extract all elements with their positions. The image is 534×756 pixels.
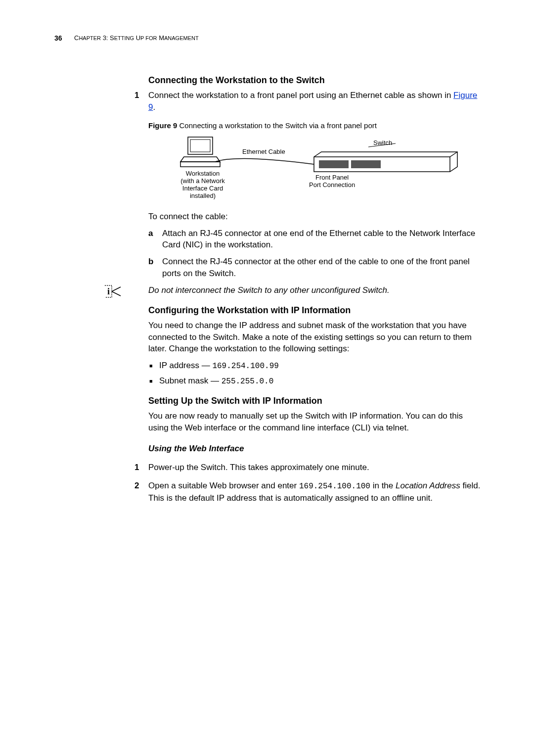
paragraph: To connect the cable: [148,211,485,223]
substep-text: Attach an RJ-45 connector at one end of … [162,228,485,251]
paragraph: You are now ready to manually set up the… [148,410,485,434]
content-area: Connecting the Workstation to the Switch… [148,74,485,511]
page-number: 36 [54,34,62,44]
list-item: 1 Power-up the Switch. This takes approx… [148,462,485,473]
svg-text:i: i [107,286,110,296]
bullet-icon: ■ [149,360,159,372]
info-icon: i [104,284,122,298]
substep-text: Connect the RJ-45 connector at the other… [162,256,485,280]
bullet-icon: ■ [149,375,159,387]
step-number: 1 [134,90,148,113]
subsection-title-web: Using the Web Interface [148,443,485,455]
list-item: ■ Subnet mask — 255.255.0.0 [159,375,485,387]
figure-caption: Figure 9 Connecting a workstation to the… [148,120,485,131]
step-text: Connect the workstation to a front panel… [148,90,485,113]
switch-icon [312,149,460,174]
step-number: 2 [134,480,148,504]
step-text: Power-up the Switch. This takes approxim… [148,462,485,473]
list-item: 1 Connect the workstation to a front pan… [148,90,485,113]
paragraph: You need to change the IP address and su… [148,320,485,355]
section-title-configuring: Configuring the Workstation with IP Info… [148,304,485,317]
port-label: Front Panel Port Connection [309,174,355,189]
svg-rect-3 [319,160,349,168]
svg-rect-4 [351,160,381,168]
step-number: 1 [134,462,148,473]
svg-line-5 [368,143,396,147]
cable-line [213,152,316,172]
list-item: 2 Open a suitable Web browser and enter … [148,480,485,504]
step-text: Open a suitable Web browser and enter 16… [148,480,485,504]
substep-letter: b [148,256,162,280]
workstation-label: Workstation (with a Network Interface Ca… [173,170,232,200]
substep-letter: a [148,228,162,251]
figure-diagram: Workstation (with a Network Interface Ca… [173,135,485,204]
bullet-text: IP address — 169.254.100.99 [159,360,279,372]
switch-label-line [366,142,415,152]
section-title-setting-up: Setting Up the Switch with IP Informatio… [148,395,485,407]
svg-rect-1 [190,140,210,152]
section-title-connecting: Connecting the Workstation to the Switch [148,74,485,87]
list-item: b Connect the RJ-45 connector at the oth… [162,256,485,280]
info-note: i Do not interconnect the Switch to any … [148,284,485,296]
chapter-header: CHAPTER 3: SETTING UP FOR MANAGEMENT [74,34,199,43]
bullet-text: Subnet mask — 255.255.0.0 [159,375,273,387]
list-item: a Attach an RJ-45 connector at one end o… [162,228,485,251]
list-item: ■ IP address — 169.254.100.99 [159,360,485,372]
